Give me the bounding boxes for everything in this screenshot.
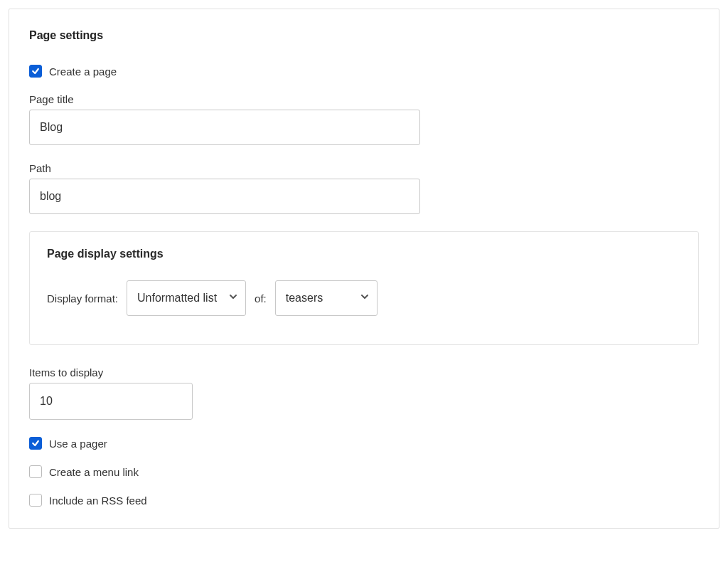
of-select[interactable]: teasers [275, 280, 378, 316]
create-menu-link-row: Create a menu link [29, 465, 699, 478]
items-to-display-input[interactable] [29, 383, 193, 420]
include-rss-checkbox[interactable] [29, 494, 42, 507]
page-display-settings-heading: Page display settings [47, 248, 681, 260]
display-format-label: Display format: [47, 292, 118, 305]
page-display-settings-panel: Page display settings Display format: Un… [29, 231, 699, 345]
create-page-label: Create a page [49, 65, 117, 78]
display-format-select[interactable]: Unformatted list [127, 280, 246, 316]
page-title-label: Page title [29, 93, 699, 105]
display-format-row: Display format: Unformatted list of: tea… [47, 280, 681, 316]
include-rss-row: Include an RSS feed [29, 494, 699, 507]
display-format-value: Unformatted list [137, 292, 217, 305]
include-rss-label: Include an RSS feed [49, 494, 147, 507]
create-menu-link-checkbox[interactable] [29, 465, 42, 478]
display-format-select-wrap: Unformatted list [127, 280, 246, 316]
path-group: Path [29, 162, 699, 214]
create-menu-link-label: Create a menu link [49, 466, 139, 478]
of-label: of: [255, 292, 267, 305]
use-pager-checkbox[interactable] [29, 437, 42, 450]
page-title-group: Page title [29, 93, 699, 145]
of-value: teasers [286, 292, 323, 305]
create-page-row: Create a page [29, 65, 699, 78]
use-pager-row: Use a pager [29, 437, 699, 450]
check-icon [31, 67, 40, 75]
use-pager-label: Use a pager [49, 438, 107, 450]
check-icon [31, 439, 40, 448]
items-to-display-group: Items to display [29, 366, 699, 420]
page-settings-heading: Page settings [29, 29, 699, 42]
path-input[interactable] [29, 179, 420, 214]
page-settings-panel: Page settings Create a page Page title P… [9, 9, 719, 529]
create-page-checkbox[interactable] [29, 65, 42, 78]
page-title-input[interactable] [29, 110, 420, 145]
path-label: Path [29, 162, 699, 174]
items-to-display-label: Items to display [29, 366, 699, 379]
of-select-wrap: teasers [275, 280, 378, 316]
